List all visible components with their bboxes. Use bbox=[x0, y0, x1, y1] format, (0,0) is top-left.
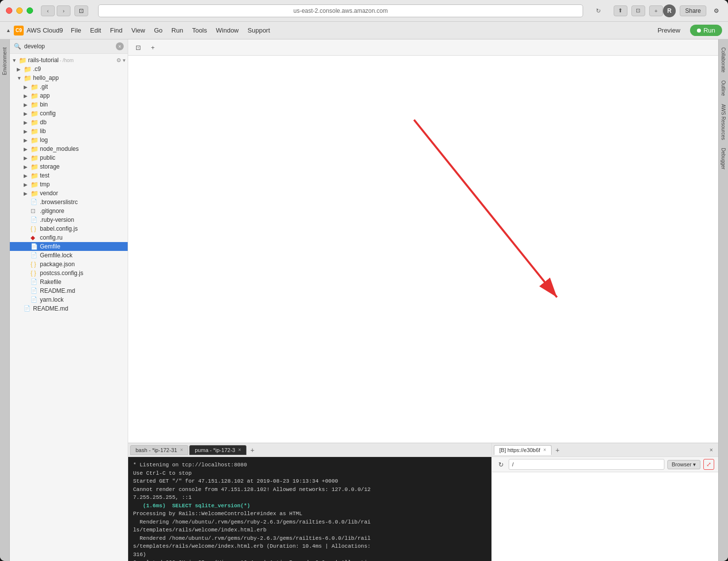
share-button[interactable]: Share bbox=[680, 5, 706, 16]
file-icon: 📄 bbox=[31, 216, 38, 223]
list-item[interactable]: ▶ 📁 node_modules bbox=[10, 144, 128, 153]
menu-file[interactable]: File bbox=[67, 25, 85, 36]
chevron-icon: ▶ bbox=[24, 182, 31, 187]
environment-tab[interactable]: Environment bbox=[0, 43, 9, 79]
search-input[interactable] bbox=[24, 43, 113, 50]
list-item[interactable]: 📄 Gemfile.lock bbox=[10, 251, 128, 260]
item-label: Rakefile bbox=[40, 279, 61, 285]
list-item[interactable]: { } package.json bbox=[10, 260, 128, 269]
list-item[interactable]: 📄 README.md bbox=[10, 286, 128, 295]
bash-tab-close[interactable]: × bbox=[180, 447, 183, 453]
list-item[interactable]: 📄 .browserslistrc bbox=[10, 198, 128, 207]
list-item[interactable]: ◆ config.ru bbox=[10, 233, 128, 242]
run-button[interactable]: Run bbox=[690, 25, 722, 36]
settings-icon[interactable]: ⚙ bbox=[710, 5, 722, 17]
list-item[interactable]: 📄 .ruby-version bbox=[10, 215, 128, 224]
list-item[interactable]: ⊡ .gitignore bbox=[10, 207, 128, 215]
outline-tab[interactable]: Outline bbox=[719, 76, 728, 100]
menu-view[interactable]: View bbox=[128, 25, 149, 36]
list-item[interactable]: ▶ 📁 bin bbox=[10, 100, 128, 109]
open-in-new-window-button[interactable]: ⤢ bbox=[703, 459, 714, 470]
add-tab-button[interactable]: + bbox=[147, 41, 159, 53]
file-icon: { } bbox=[31, 225, 38, 232]
active-file-item[interactable]: 📄 Gemfile bbox=[10, 242, 128, 251]
menu-window[interactable]: Window bbox=[212, 25, 243, 36]
left-sidebar-tab: Environment bbox=[0, 39, 10, 561]
menu-run[interactable]: Run bbox=[168, 25, 187, 36]
list-item[interactable]: ▼ 📁 hello_app bbox=[10, 73, 128, 82]
item-label: Gemfile.lock bbox=[40, 252, 72, 259]
browser-url-input[interactable] bbox=[509, 459, 664, 470]
list-item[interactable]: ▶ 📁 config bbox=[10, 109, 128, 118]
menu-items: File Edit Find View Go Run Tools Window … bbox=[67, 25, 274, 36]
list-item[interactable]: 📄 README.md bbox=[10, 304, 128, 313]
menu-find[interactable]: Find bbox=[106, 25, 126, 36]
folder-icon: 📁 bbox=[19, 57, 27, 64]
puma-tab-close[interactable]: × bbox=[238, 447, 241, 453]
browser-tab-label: [B] https://e30b6f bbox=[499, 447, 540, 453]
bottom-panel: bash - *ip-172-31 × puma - *ip-172-3 × +… bbox=[128, 443, 718, 561]
copy-button[interactable]: ⊡ bbox=[132, 41, 144, 53]
list-item[interactable]: 📄 Rakefile bbox=[10, 278, 128, 286]
terminal-content: * Listening on tcp://localhost:8080 Use … bbox=[128, 457, 491, 561]
menu-go[interactable]: Go bbox=[150, 25, 166, 36]
address-bar[interactable]: us-east-2.console.aws.amazon.com bbox=[98, 4, 583, 17]
list-item[interactable]: ▶ 📁 vendor bbox=[10, 189, 128, 198]
title-actions: R Share ⚙ bbox=[663, 4, 722, 17]
user-avatar[interactable]: R bbox=[663, 4, 676, 17]
list-item[interactable]: ▶ 📁 log bbox=[10, 136, 128, 144]
puma-tab[interactable]: puma - *ip-172-3 × bbox=[189, 445, 246, 455]
list-item[interactable]: ▶ 📁 .c9 bbox=[10, 65, 128, 73]
chevron-icon: ▶ bbox=[24, 173, 31, 178]
browser-dropdown-button[interactable]: Browser ▾ bbox=[667, 460, 700, 469]
aws-resources-tab[interactable]: AWS Resources bbox=[719, 100, 728, 144]
maximize-button[interactable] bbox=[27, 7, 33, 14]
back-button[interactable]: ‹ bbox=[41, 5, 55, 16]
preview-button[interactable]: Preview bbox=[652, 25, 686, 36]
new-tab-button[interactable]: ⊡ bbox=[631, 5, 645, 16]
panel-close-button[interactable]: × bbox=[706, 445, 716, 455]
menu-edit[interactable]: Edit bbox=[86, 25, 105, 36]
folder-icon: 📁 bbox=[24, 66, 32, 72]
add-window-button[interactable]: + bbox=[649, 5, 663, 16]
page-refresh-button[interactable]: ↻ bbox=[593, 5, 604, 16]
list-item[interactable]: ▶ 📁 storage bbox=[10, 162, 128, 171]
list-item[interactable]: ▶ 📁 lib bbox=[10, 127, 128, 136]
share-menu-button[interactable]: ⬆ bbox=[614, 5, 627, 16]
list-item[interactable]: ▶ 📁 .git bbox=[10, 82, 128, 91]
minimize-button[interactable] bbox=[16, 7, 23, 14]
debugger-tab[interactable]: Debugger bbox=[719, 144, 728, 174]
bash-tab[interactable]: bash - *ip-172-31 × bbox=[130, 445, 188, 455]
list-item[interactable]: { } postcss.config.js bbox=[10, 269, 128, 278]
list-item[interactable]: ▶ 📁 test bbox=[10, 171, 128, 180]
list-item[interactable]: ▶ 📁 tmp bbox=[10, 180, 128, 189]
browser-tab-close[interactable]: × bbox=[543, 447, 546, 453]
menu-tools[interactable]: Tools bbox=[188, 25, 211, 36]
item-label: node_modules bbox=[40, 145, 79, 152]
close-button[interactable] bbox=[6, 7, 12, 14]
list-item[interactable]: ▶ 📁 db bbox=[10, 118, 128, 127]
file-icon: { } bbox=[31, 270, 38, 277]
terminal-line: (1.6ms) SELECT sqlite_version(*) bbox=[133, 502, 486, 510]
clear-search-button[interactable]: × bbox=[116, 42, 124, 50]
forward-button[interactable]: › bbox=[57, 5, 70, 16]
chevron-icon: ▶ bbox=[24, 120, 31, 125]
tree-settings-icon[interactable]: ⚙ ▾ bbox=[116, 57, 126, 64]
tree-root[interactable]: ▼ 📁 rails-tutorial - /hom ⚙ ▾ bbox=[10, 56, 128, 65]
editor-toolbar: ⊡ + bbox=[128, 39, 718, 56]
list-item[interactable]: ▶ 📁 public bbox=[10, 153, 128, 162]
file-tree: ▼ 📁 rails-tutorial - /hom ⚙ ▾ ▶ 📁 .c9 ▼ … bbox=[10, 54, 128, 561]
add-terminal-tab-button[interactable]: + bbox=[247, 445, 257, 455]
file-icon: 📄 bbox=[31, 199, 38, 206]
menu-bar: ▲ C9 AWS Cloud9 File Edit Find View Go R… bbox=[0, 22, 728, 39]
browser-refresh-button[interactable]: ↻ bbox=[496, 459, 506, 469]
browser-tab[interactable]: [B] https://e30b6f × bbox=[494, 445, 552, 455]
add-browser-tab-button[interactable]: + bbox=[553, 445, 562, 455]
list-item[interactable]: { } babel.config.js bbox=[10, 224, 128, 233]
list-item[interactable]: 📄 yarn.lock bbox=[10, 295, 128, 304]
menu-support[interactable]: Support bbox=[243, 25, 274, 36]
sidebar-toggle-button[interactable]: ⊡ bbox=[74, 5, 88, 16]
root-name: rails-tutorial bbox=[28, 57, 59, 64]
list-item[interactable]: ▶ 📁 app bbox=[10, 91, 128, 100]
collaborate-tab[interactable]: Collaborate bbox=[719, 43, 728, 76]
